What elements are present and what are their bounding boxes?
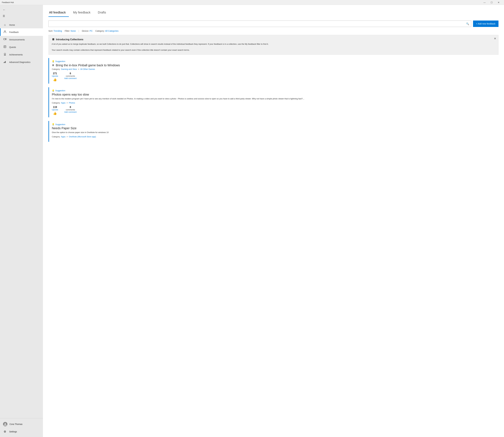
sort-trending[interactable]: Trending xyxy=(53,30,62,32)
feedback-type-1: 💡 Suggestion xyxy=(52,60,498,63)
achievements-icon xyxy=(3,53,7,57)
feedback-title-3[interactable]: Needs Paper Size xyxy=(52,127,498,130)
notice-title: 🖥 Introducing Collections xyxy=(52,38,495,41)
diagnostics-icon xyxy=(3,60,7,64)
sidebar-item-feedback[interactable]: Feedback xyxy=(0,28,43,36)
tab-my-feedback[interactable]: My feedback xyxy=(72,9,93,17)
svg-point-6 xyxy=(4,53,6,55)
home-icon: ⌂ xyxy=(3,23,7,27)
svg-point-11 xyxy=(4,423,6,425)
sidebar-item-announcements[interactable]: Announcements xyxy=(0,36,43,43)
upvote-label-2[interactable]: Upvote xyxy=(52,109,58,111)
filter-row: Sort: Trending Filter: None | Device: PC… xyxy=(48,30,498,32)
hamburger-button[interactable]: ☰ xyxy=(0,13,8,19)
feedback-type-2: 💡 Suggestion xyxy=(52,89,498,92)
add-comment-link-2[interactable]: Add comment xyxy=(64,111,76,113)
suggestion-icon-2: 💡 xyxy=(52,89,54,92)
sidebar-item-label: Announcements xyxy=(9,39,25,41)
vote-count-1: 271 xyxy=(53,72,57,75)
filter-label: Filter: None xyxy=(65,30,76,32)
avatar xyxy=(3,422,7,426)
filter-none[interactable]: None xyxy=(71,30,76,32)
add-feedback-button[interactable]: + Add new feedback xyxy=(473,20,499,27)
sidebar-item-quests[interactable]: Quests xyxy=(0,43,43,51)
svg-rect-9 xyxy=(5,61,6,63)
feedback-actions-1: 271 Upvote 👍 6 comments Add comment xyxy=(52,72,498,81)
notice-icon: 🖥 xyxy=(52,38,54,41)
feedback-item-1: 💡 Suggestion 🖥 Bring the in-box Pinball … xyxy=(48,58,498,84)
back-button[interactable]: ← xyxy=(0,7,8,13)
vote-block-2: 119 Upvote 👍 xyxy=(52,106,58,115)
pinball-icon: 🖥 xyxy=(52,64,54,67)
announcements-icon xyxy=(3,38,7,41)
feedback-item-2: 💡 Suggestion Photos opens way too slow I… xyxy=(48,87,498,118)
feedback-desc-3: Give the option to choose paper size in … xyxy=(52,131,498,134)
device-pc[interactable]: PC xyxy=(90,30,93,32)
titlebar-title: Feedback Hub xyxy=(2,1,481,3)
add-comment-link-1[interactable]: Add comment xyxy=(64,77,76,79)
category-link-onenote[interactable]: OneNote (Microsoft Store app) xyxy=(69,136,96,138)
settings-label: Settings xyxy=(9,430,17,433)
sidebar-item-home[interactable]: ⌂ Home xyxy=(0,21,43,28)
comments-count-1: 6 xyxy=(70,72,71,75)
sidebar-item-label: Home xyxy=(9,24,15,26)
feedback-actions-2: 119 Upvote 👍 8 comments Add comment xyxy=(52,106,498,115)
comments-block-2: 8 comments Add comment xyxy=(64,106,76,113)
tab-drafts[interactable]: Drafts xyxy=(97,9,109,17)
sort-label: Sort: Trending xyxy=(48,30,62,32)
sidebar-item-label: Quests xyxy=(9,46,16,48)
app-layout: ← ☰ ⌂ Home Feedback xyxy=(0,5,504,437)
tab-all-feedback[interactable]: All feedback xyxy=(48,9,69,17)
feedback-type-3: 💡 Suggestion xyxy=(52,123,498,126)
collections-notice: ✕ 🖥 Introducing Collections A lot of you… xyxy=(48,35,498,55)
sidebar-bottom: Cora Thomas ⚙ Settings xyxy=(0,418,43,437)
vote-count-2: 119 xyxy=(53,106,57,109)
close-button[interactable]: ✕ xyxy=(495,0,502,5)
feedback-category-3: Category Apps > OneNote (Microsoft Store… xyxy=(52,136,498,138)
feedback-category-2: Category Apps > Photos xyxy=(52,102,498,104)
notice-close-button[interactable]: ✕ xyxy=(494,37,496,40)
feedback-title-2[interactable]: Photos opens way too slow xyxy=(52,93,498,96)
category-all[interactable]: All Categories xyxy=(105,30,118,32)
sidebar-item-label: Feedback xyxy=(9,31,19,33)
feedback-category-1: Category Gaming and Xbox > All Other Gam… xyxy=(52,68,498,70)
thumbs-up-icon-1[interactable]: 👍 xyxy=(53,78,57,81)
maximize-button[interactable]: ☐ xyxy=(488,0,495,5)
thumbs-up-icon-2[interactable]: 👍 xyxy=(53,111,57,115)
quests-icon xyxy=(3,45,7,49)
sidebar-item-label: Advanced Diagnostics xyxy=(9,61,31,63)
feedback-desc-2: I'm new to the insiders program yet I ha… xyxy=(52,97,498,100)
sidebar-nav: ⌂ Home Feedback xyxy=(0,21,43,418)
username: Cora Thomas xyxy=(10,423,22,425)
filter-divider: | xyxy=(79,30,79,32)
search-icon: 🔍 xyxy=(466,22,469,25)
suggestion-icon-3: 💡 xyxy=(52,123,54,126)
comments-block-1: 6 comments Add comment xyxy=(64,72,76,79)
svg-rect-7 xyxy=(4,62,4,63)
category-link-apps2[interactable]: Apps xyxy=(61,136,65,138)
settings-item[interactable]: ⚙ Settings xyxy=(0,428,43,435)
minimize-button[interactable]: — xyxy=(481,0,488,5)
titlebar-controls: — ☐ ✕ xyxy=(481,0,502,5)
device-label: Device: PC xyxy=(82,30,93,32)
feedback-title-1[interactable]: 🖥 Bring the in-box Pinball game back to … xyxy=(52,64,498,67)
comments-label-1: comments xyxy=(66,75,75,77)
tabs: All feedback My feedback Drafts xyxy=(48,9,498,17)
search-box[interactable]: 🔍 xyxy=(48,20,471,27)
category-link-photos[interactable]: Photos xyxy=(69,102,75,104)
category-link-other-games[interactable]: All Other Games xyxy=(80,68,95,70)
category-link-apps[interactable]: Apps xyxy=(61,102,65,104)
vote-block-1: 271 Upvote 👍 xyxy=(52,72,58,81)
search-input[interactable] xyxy=(51,22,466,25)
svg-point-0 xyxy=(4,31,6,32)
sidebar-item-achievements[interactable]: Achievements xyxy=(0,51,43,58)
user-profile[interactable]: Cora Thomas xyxy=(0,420,43,428)
category-label: Category: All Categories xyxy=(95,30,118,32)
comments-label-2: comments xyxy=(66,109,75,111)
upvote-label-1[interactable]: Upvote xyxy=(52,75,58,77)
sidebar-item-advanced-diagnostics[interactable]: Advanced Diagnostics xyxy=(0,58,43,66)
svg-rect-8 xyxy=(4,62,5,63)
sidebar-item-label: Achievements xyxy=(9,53,23,56)
notice-body1: A lot of you asked us to merge duplicate… xyxy=(52,43,495,46)
category-link-gaming[interactable]: Gaming and Xbox xyxy=(61,68,77,70)
